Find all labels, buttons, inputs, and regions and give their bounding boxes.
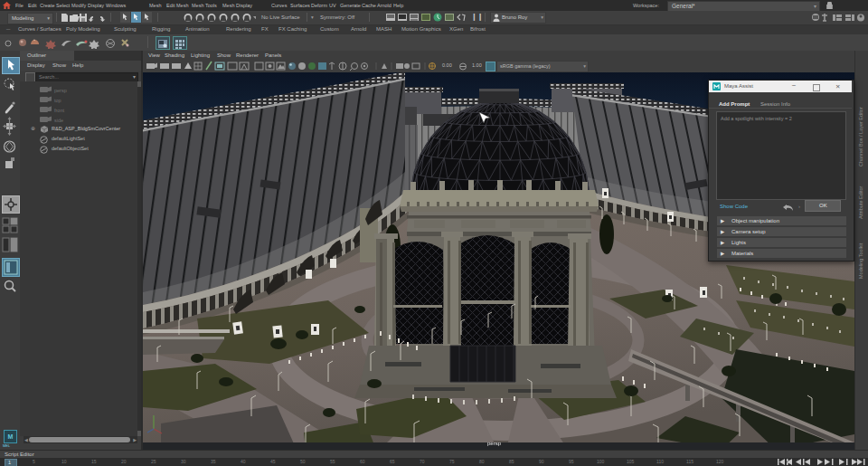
svg-text:persp: persp [487, 441, 502, 446]
